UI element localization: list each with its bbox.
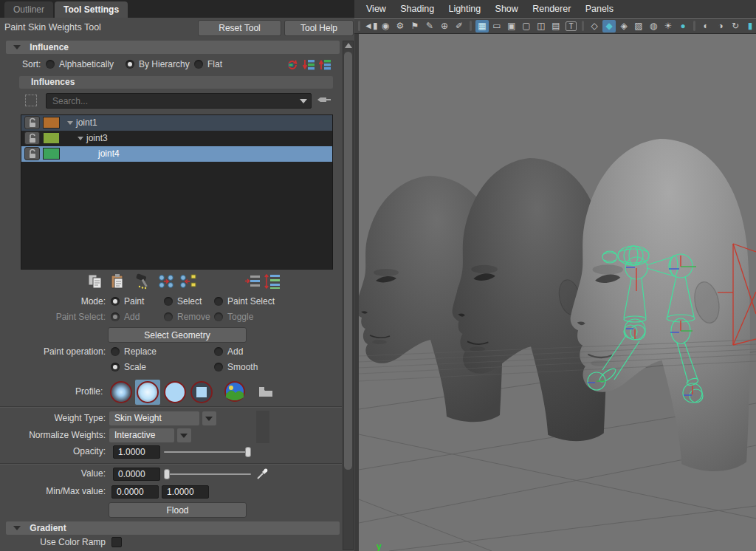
mode-radio-paint[interactable]: Paint [111,296,144,307]
wireframe-icon[interactable]: ◇ [588,20,601,32]
joint-name[interactable]: joint4 [98,146,120,162]
radio-icon[interactable] [164,312,173,321]
radio-icon[interactable] [214,347,223,356]
lock-icon[interactable] [24,147,40,160]
marquee-filter-icon[interactable] [25,95,37,106]
motion-blur-icon[interactable]: ↻ [729,20,742,32]
radio-icon[interactable] [111,297,120,306]
use-color-ramp-checkbox[interactable] [111,537,122,547]
zoom-select-icon[interactable]: ⊕ [438,20,451,32]
paint-select-radio-toggle[interactable]: Toggle [214,312,253,322]
sort-radio-alphabetically[interactable]: Alphabetically [46,59,114,69]
opacity-slider-handle[interactable] [245,447,251,457]
menu-show[interactable]: Show [489,0,524,18]
scroll-up-arrow-icon[interactable] [345,43,352,48]
gaussian-brush[interactable] [110,381,132,403]
move-weights-icon[interactable] [157,273,176,290]
max-value-field[interactable]: 1.0000 [162,485,209,499]
ambient-occlusion-icon[interactable]: ◑ [714,20,727,32]
paint-op-radio-scale[interactable]: Scale [111,362,146,372]
tab-outliner[interactable]: Outliner [4,1,53,18]
menu-lighting[interactable]: Lighting [442,0,487,18]
smooth-shade-icon[interactable]: ◆ [602,20,616,32]
influence-section-header[interactable]: Influence [6,41,340,54]
show-influenced-icon[interactable] [179,273,198,290]
paste-weights-icon[interactable] [109,273,127,290]
menu-shading[interactable]: Shading [394,0,440,18]
radio-icon[interactable] [214,312,223,321]
camera-attributes-icon[interactable]: ⚙ [394,20,407,32]
flood-button[interactable]: Flood [109,502,247,518]
field-chart-icon[interactable]: ◫ [535,20,548,32]
gradient-section-header[interactable]: Gradient [6,521,340,535]
paint-select-radio-add[interactable]: Add [111,312,140,322]
influence-list[interactable]: joint1 joint3 joint4 [21,114,333,270]
wire-on-shaded-icon[interactable]: ◍ [647,20,660,32]
value-slider-handle[interactable] [164,469,170,479]
lock-icon[interactable] [24,131,40,145]
radio-icon[interactable] [46,60,55,69]
paint-op-radio-add[interactable]: Add [214,346,243,357]
grease-pencil-icon[interactable]: ✎ [423,20,436,32]
search-dropdown-icon[interactable] [300,99,307,103]
radio-icon[interactable] [214,297,223,306]
eyedropper-icon[interactable] [256,468,269,480]
tab-tool-settings[interactable]: Tool Settings [55,1,128,18]
influence-row-joint3[interactable]: joint3 [21,131,332,146]
scrollbar-thumb[interactable] [344,52,352,470]
pencil-tool-icon[interactable]: ✐ [453,20,466,32]
paint-op-radio-smooth[interactable]: Smooth [214,362,258,372]
expand-triangle-icon[interactable] [67,121,73,125]
hammer-weights-icon[interactable] [135,273,154,290]
panel-scrollbar[interactable] [343,41,354,550]
shadows-icon[interactable]: ◐ [699,20,712,32]
radio-icon[interactable] [126,60,134,69]
move-influence-up-icon[interactable] [319,59,331,71]
pin-icon[interactable] [317,95,331,105]
sort-radio-by-hierarchy[interactable]: By Hierarchy [126,59,190,69]
sort-radio-flat[interactable]: Flat [194,59,222,69]
bookmark-icon[interactable]: ⚑ [408,20,422,32]
opacity-slider[interactable] [164,446,251,458]
opacity-field[interactable]: 1.0000 [113,445,160,459]
hud-icon[interactable]: T [566,21,577,31]
menu-renderer[interactable]: Renderer [526,0,577,18]
clipped-toolbar-icon[interactable]: ▮ [743,20,756,32]
menu-view[interactable]: View [360,0,392,18]
refresh-sort-icon[interactable] [286,59,298,71]
radio-icon[interactable] [164,297,173,306]
paint-op-radio-replace[interactable]: Replace [111,346,157,357]
influence-search-box[interactable] [46,93,312,109]
influence-row-joint4[interactable]: joint4 [21,146,332,162]
lock-icon[interactable] [24,116,40,129]
resolution-gate-icon[interactable]: ▣ [505,20,518,32]
select-geometry-button[interactable]: Select Geometry [108,327,247,343]
search-input[interactable] [51,95,287,107]
image-brush[interactable] [224,381,245,402]
image-plane-icon[interactable]: ▤ [549,20,563,32]
tool-help-button[interactable]: Tool Help [284,20,354,36]
joint-name[interactable]: joint3 [86,131,108,146]
mode-radio-select[interactable]: Select [164,296,202,307]
expand-triangle-icon[interactable] [78,137,83,140]
min-value-field[interactable]: 0.0000 [111,485,159,499]
square-brush[interactable] [190,381,213,403]
radio-icon[interactable] [214,363,223,372]
paint-select-radio-remove[interactable]: Remove [164,312,210,322]
lights-icon[interactable]: ☀ [662,20,675,32]
select-camera-icon[interactable]: ◄▮ [364,20,377,32]
browse-folder-icon[interactable] [258,386,273,397]
collapse-list-icon[interactable] [244,273,262,290]
joint-name[interactable]: joint1 [76,115,97,131]
mode-radio-paint-select[interactable]: Paint Select [214,296,275,307]
normalize-weights-dropdown[interactable]: Interactive [109,428,174,442]
radio-icon[interactable] [111,363,120,372]
grid-icon[interactable]: ▦ [475,20,489,32]
shade-wireframe-icon[interactable]: ◈ [617,20,630,32]
weight-type-dropdown[interactable]: Skin Weight [109,411,199,425]
gate-mask-icon[interactable]: ▢ [520,20,533,32]
reset-tool-button[interactable]: Reset Tool [198,20,281,36]
radio-icon[interactable] [111,347,120,356]
copy-weights-icon[interactable] [87,273,105,290]
move-influence-down-icon[interactable] [303,59,315,71]
